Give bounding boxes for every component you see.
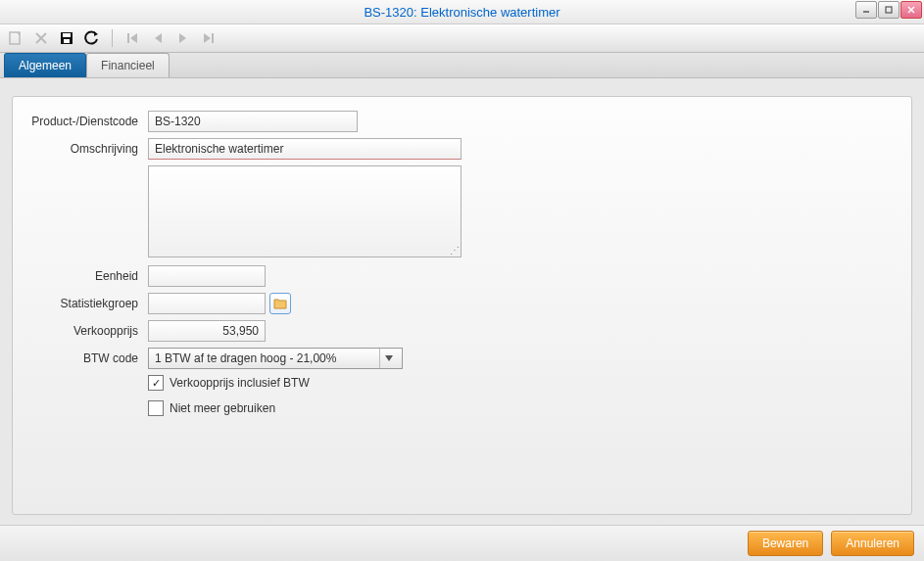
content-area: Product-/Dienstcode Omschrijving ⋰ Eenhe… (0, 78, 924, 525)
cancel-button[interactable]: Annuleren (831, 531, 914, 556)
prev-record-icon[interactable] (148, 28, 168, 48)
delete-icon[interactable] (31, 28, 51, 48)
price-incl-vat-checkbox[interactable] (148, 375, 164, 391)
product-code-field[interactable] (148, 111, 358, 132)
browse-folder-icon[interactable] (269, 293, 291, 314)
svg-rect-1 (886, 7, 892, 13)
label-price: Verkoopprijs (26, 320, 148, 338)
label-unit: Eenheid (26, 265, 148, 283)
separator (112, 29, 113, 47)
svg-marker-10 (94, 31, 98, 36)
close-button[interactable] (900, 1, 922, 19)
last-record-icon[interactable] (199, 28, 219, 48)
dont-use-checkbox[interactable] (148, 400, 164, 416)
chevron-down-icon (379, 349, 398, 368)
window-controls (855, 1, 922, 19)
svg-marker-12 (130, 33, 137, 43)
dont-use-label: Niet meer gebruiken (170, 401, 275, 415)
undo-icon[interactable] (82, 28, 102, 48)
svg-marker-13 (155, 33, 162, 43)
tab-financial[interactable]: Financieel (86, 53, 170, 77)
description-field[interactable] (148, 138, 462, 160)
label-vat: BTW code (26, 348, 148, 365)
window-title: BS-1320: Elektronische watertimer (364, 5, 559, 20)
label-stat: Statistiekgroep (26, 293, 148, 310)
label-code: Product-/Dienstcode (26, 111, 148, 128)
svg-rect-9 (64, 39, 70, 43)
vat-code-value: 1 BTW af te dragen hoog - 21,00% (155, 351, 336, 365)
sales-price-field[interactable] (148, 320, 266, 342)
long-description-field[interactable] (148, 165, 462, 257)
first-record-icon[interactable] (122, 28, 142, 48)
label-desc: Omschrijving (26, 138, 148, 156)
toolbar (0, 24, 924, 53)
svg-marker-15 (204, 33, 211, 43)
new-icon[interactable] (6, 28, 25, 48)
tab-general[interactable]: Algemeen (4, 53, 86, 77)
maximize-button[interactable] (878, 1, 900, 19)
title-bar: BS-1320: Elektronische watertimer (0, 0, 924, 24)
save-button[interactable]: Bewaren (748, 531, 823, 556)
svg-marker-17 (385, 355, 393, 361)
minimize-button[interactable] (855, 1, 877, 19)
tab-bar: Algemeen Financieel (0, 53, 924, 78)
window: BS-1320: Elektronische watertimer (0, 0, 924, 561)
vat-code-select[interactable]: 1 BTW af te dragen hoog - 21,00% (148, 348, 403, 369)
svg-rect-8 (63, 33, 71, 37)
price-incl-vat-label: Verkoopprijs inclusief BTW (170, 376, 310, 390)
statistics-group-field[interactable] (148, 293, 266, 314)
unit-field[interactable] (148, 265, 266, 287)
svg-marker-14 (179, 33, 186, 43)
form-panel: Product-/Dienstcode Omschrijving ⋰ Eenhe… (12, 96, 912, 515)
footer: Bewaren Annuleren (0, 525, 924, 561)
save-icon[interactable] (57, 28, 76, 48)
next-record-icon[interactable] (173, 28, 193, 48)
